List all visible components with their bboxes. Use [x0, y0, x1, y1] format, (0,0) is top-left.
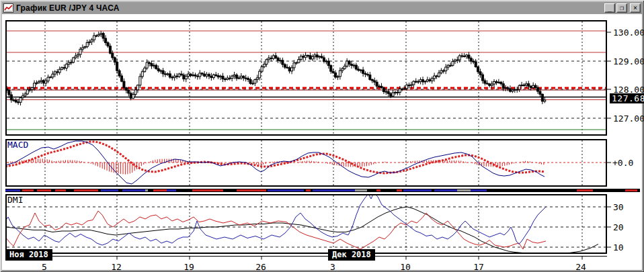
- candle-body: [160, 71, 162, 71]
- candle-body: [466, 55, 468, 56]
- candle-body: [514, 89, 516, 90]
- candle-body: [293, 63, 295, 68]
- candle-body: [261, 66, 263, 71]
- candle-body: [149, 62, 151, 64]
- candle-body: [206, 75, 208, 76]
- candle-body: [362, 70, 364, 73]
- maximize-button[interactable]: ❐: [616, 3, 627, 13]
- candle-body: [366, 75, 368, 75]
- time-tick-label: 3: [330, 262, 335, 272]
- candle-body: [178, 74, 180, 77]
- minimize-button[interactable]: _: [604, 3, 615, 13]
- macd-zero-label: +0.0: [612, 158, 633, 168]
- candle-body: [282, 60, 284, 64]
- candle-body: [532, 85, 534, 87]
- candle-body: [311, 56, 313, 59]
- ribbon-segment: [397, 189, 402, 191]
- price-chart-panel[interactable]: [5, 20, 607, 136]
- candle-body: [176, 76, 178, 77]
- candle-body: [47, 77, 49, 81]
- candle-body: [493, 81, 495, 84]
- candle-body: [40, 81, 42, 82]
- candle-body: [408, 85, 410, 86]
- candle-body: [139, 77, 141, 85]
- candle-body: [410, 85, 412, 85]
- macd-signal-line: [5, 142, 545, 173]
- candle-body: [436, 76, 438, 77]
- ribbon-segment: [5, 189, 20, 191]
- candle-body: [321, 56, 323, 58]
- candle-body: [355, 65, 357, 69]
- macd-histogram: [8, 158, 544, 174]
- candle-body: [537, 87, 539, 91]
- candle-body: [346, 61, 348, 66]
- candle-body: [125, 88, 127, 91]
- candle-body: [54, 72, 56, 74]
- candle-body: [123, 81, 125, 88]
- dmi-panel[interactable]: [5, 194, 607, 254]
- candle-body: [217, 76, 219, 77]
- candle-body: [341, 69, 344, 71]
- candle-body: [266, 60, 268, 64]
- dmi-minus-di-line: [5, 194, 546, 245]
- candle-body: [196, 76, 198, 77]
- candle-body: [162, 71, 164, 74]
- time-tick-label: 17: [473, 262, 484, 272]
- candle-body: [541, 94, 543, 101]
- close-button[interactable]: ×: [630, 3, 641, 13]
- candle-body: [8, 90, 10, 95]
- candle-body: [539, 91, 541, 94]
- candle-body: [247, 79, 249, 80]
- ribbon-segment: [577, 189, 593, 191]
- title-bar[interactable]: График EUR /JPY 4 ЧАСА _ ❐ ×: [2, 2, 642, 14]
- candle-body: [364, 73, 366, 74]
- ribbon-segment: [403, 189, 432, 191]
- candle-body: [530, 86, 532, 87]
- candle-body: [360, 70, 362, 71]
- candle-body: [68, 62, 70, 64]
- candle-body: [473, 61, 475, 62]
- candle-body: [254, 79, 256, 83]
- candle-body: [79, 49, 81, 54]
- candle-body: [500, 82, 502, 83]
- candle-body: [97, 34, 99, 36]
- candle-body: [173, 76, 175, 77]
- candle-body: [192, 75, 194, 76]
- candle-body: [91, 40, 93, 42]
- time-tick-label: 12: [111, 262, 122, 272]
- candle-body: [291, 68, 293, 71]
- candle-body: [136, 85, 138, 90]
- candle-body: [374, 81, 376, 82]
- candle-body: [385, 91, 387, 92]
- candle-body: [475, 62, 477, 66]
- candle-body: [397, 92, 399, 93]
- chart-app-icon: [3, 3, 13, 13]
- candle-body: [180, 74, 182, 75]
- candle-body: [121, 76, 123, 81]
- candle-body: [109, 46, 111, 54]
- candle-body: [523, 85, 525, 86]
- candle-body: [353, 65, 355, 66]
- candle-body: [300, 56, 302, 60]
- candle-body: [319, 56, 321, 57]
- candle-body: [528, 84, 530, 87]
- candle-body: [10, 95, 12, 100]
- candle-body: [380, 86, 383, 87]
- candle-body: [31, 88, 33, 90]
- candle-body: [417, 81, 419, 82]
- candle-body: [224, 79, 226, 80]
- macd-panel[interactable]: [5, 139, 607, 187]
- candle-body: [208, 75, 210, 77]
- candle-body: [424, 81, 426, 82]
- candle-body: [378, 86, 380, 87]
- candle-body: [470, 58, 472, 61]
- candle-body: [114, 58, 116, 62]
- candle-body: [49, 77, 51, 78]
- candle-body: [337, 77, 339, 77]
- candle-body: [141, 72, 143, 77]
- candle-body: [204, 74, 206, 76]
- candle-body: [227, 78, 229, 79]
- candle-body: [157, 69, 159, 71]
- candle-body: [56, 72, 58, 73]
- candle-body: [277, 58, 279, 60]
